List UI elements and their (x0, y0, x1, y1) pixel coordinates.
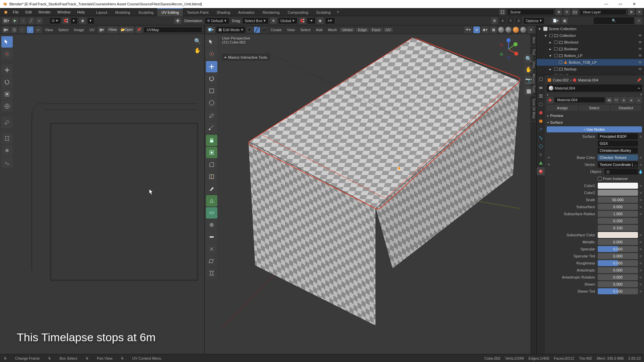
vp-overlays-toggle-icon[interactable]: ◉▾ (481, 26, 489, 33)
uv-tool-select-box[interactable] (1, 36, 13, 48)
material-nodetree-icon[interactable]: ▿ (635, 97, 642, 104)
outliner-item[interactable]: ▾Collection👁 (537, 32, 644, 39)
vp-camera-icon[interactable]: 📷 (524, 76, 533, 84)
tab-scripting[interactable]: Scripting (312, 8, 335, 16)
xray-z[interactable]: Z (515, 17, 522, 24)
tab-modeling[interactable]: Modeling (111, 8, 135, 16)
ptab-viewlayer[interactable] (537, 92, 545, 100)
outliner-filter-funnel-icon[interactable]: ▿ (635, 17, 642, 24)
uv-tool-rip[interactable] (1, 133, 13, 144)
vp-zoom-icon[interactable]: 🔍 (524, 54, 533, 63)
vp-tool-polybuild[interactable] (206, 195, 217, 206)
panel-preview[interactable]: ▸Preview (547, 112, 642, 119)
vp-sidetab-sureuv[interactable]: Sure UV Map (530, 96, 536, 122)
uv-canvas[interactable]: 🔍 ✋ This Timelapse stops at 6m (0, 34, 204, 354)
viewlayer-new-icon[interactable]: ⊕ (628, 9, 635, 15)
maximize-button[interactable]: ▭ (613, 0, 627, 8)
uv-tool-rotate[interactable] (1, 76, 13, 88)
vp-shading-matpreview[interactable] (513, 27, 519, 33)
vp-tool-move[interactable] (206, 61, 217, 72)
vp-shading-dd[interactable]: ▾ (528, 26, 534, 33)
vp-tool-annotate[interactable] (206, 110, 217, 121)
tab-sculpting[interactable]: Sculpting (134, 8, 157, 16)
menu-file[interactable]: File (9, 8, 22, 16)
close-button[interactable]: ✕ (627, 0, 641, 8)
vp-tool-scale[interactable] (206, 85, 217, 97)
uv-tool-relax[interactable] (1, 157, 13, 168)
viewlayer-input[interactable] (580, 9, 627, 15)
vp-tool-select[interactable] (206, 36, 217, 48)
tab-shading[interactable]: Shading (213, 8, 234, 16)
selmode-1[interactable]: ╱ (28, 17, 35, 24)
vp-menu-edge[interactable]: Edge (356, 28, 369, 32)
vp-shading-wire[interactable] (498, 27, 504, 33)
vp-sidetab-item[interactable]: Item (530, 34, 536, 46)
tab-rendering[interactable]: Rendering (259, 8, 284, 16)
viewlayer-delete-icon[interactable]: ✕ (636, 9, 643, 15)
subsurface-field[interactable]: 0.000 (598, 204, 638, 210)
vp-tool-spin[interactable] (206, 207, 217, 219)
vp-gizmo-toggle-icon[interactable]: ⊕ (473, 26, 480, 33)
material-assign-button[interactable]: Assign (547, 105, 579, 111)
anisotropic-field[interactable]: 0.000 (598, 267, 638, 273)
xray-y[interactable]: Y (507, 17, 514, 24)
ssr-field-3[interactable]: 0.100 (598, 225, 638, 231)
uv-tool-scale[interactable] (1, 88, 13, 100)
surface-shader-dropdown[interactable]: Principled BSDF (598, 133, 638, 139)
vp-pan-icon[interactable]: ✋ (524, 65, 533, 74)
vp-visibility-icon[interactable]: 👁▾ (464, 26, 472, 33)
outliner-item[interactable]: ▸LP👁 (537, 72, 644, 75)
vp-tool-shrink[interactable] (206, 243, 217, 255)
uv-new-button[interactable]: + New (107, 26, 118, 33)
options-popover[interactable]: Options▾ (523, 17, 545, 24)
vp-shading-solid[interactable] (505, 27, 512, 33)
uv-tool-move[interactable] (1, 64, 13, 76)
snap2-toggle[interactable]: 🧲 (299, 17, 306, 24)
subsurface-color-swatch[interactable] (598, 232, 638, 238)
xray-x[interactable]: X (499, 17, 506, 24)
vp-tool-extrude[interactable] (206, 135, 217, 146)
axis-gizmo[interactable] (497, 38, 520, 61)
material-name-field[interactable]: Material.004 (554, 97, 605, 103)
outliner-item[interactable]: ▸Backup👁 (537, 66, 644, 72)
snap-dropdown[interactable]: ▾ (70, 17, 78, 24)
menu-window[interactable]: Window (54, 8, 74, 16)
uveditor-mode-icon[interactable]: ◫ (11, 26, 17, 33)
outliner-item[interactable]: ▸Boolean👁 (537, 46, 644, 52)
tab-layout[interactable]: Layout (92, 8, 111, 16)
scale-field[interactable]: 50.000 (598, 197, 638, 203)
sheen-tint-field[interactable]: 0.500 (598, 288, 638, 294)
uv-tool-transform[interactable] (1, 101, 13, 112)
uv-tool-grab[interactable] (1, 145, 13, 156)
roughness-field[interactable]: 0.500 (598, 260, 638, 266)
distribution-dropdown[interactable]: GGX (598, 140, 638, 146)
material-browse-icon[interactable] (547, 97, 553, 104)
menu-help[interactable]: Help (74, 8, 88, 16)
uvmap-name[interactable]: UVMap (144, 27, 202, 33)
material-new-copy-icon[interactable]: ⎘ (621, 97, 627, 104)
ptab-render[interactable] (537, 75, 545, 83)
move-tool-icon[interactable] (174, 17, 181, 24)
tab-texture-paint[interactable]: Texture Paint (183, 8, 212, 16)
pin-icon[interactable]: 📌 (637, 78, 641, 82)
vp-tool-edgeslide[interactable] (206, 231, 217, 243)
vp-menu-face[interactable]: Face (370, 28, 382, 32)
outliner-scene-collection[interactable]: ▾ Scene Collection (537, 25, 644, 32)
snap-toggle[interactable]: 🧲 (62, 17, 69, 24)
ptab-physics[interactable] (537, 142, 545, 150)
uv-menu-image[interactable]: Image (72, 28, 86, 32)
ptab-constraint[interactable] (537, 150, 545, 159)
tab-uv-editing[interactable]: UV Editing (157, 8, 183, 16)
material-fake-user-icon[interactable]: 🛡 (613, 97, 620, 104)
vp-menu-vertex[interactable]: Vertex (340, 28, 355, 32)
object-field[interactable]: ◻ (604, 169, 638, 175)
tab-animation[interactable]: Animation (234, 8, 259, 16)
scene-input[interactable] (507, 9, 554, 15)
play-icon[interactable] (13, 19, 17, 22)
ptab-data[interactable] (537, 159, 545, 167)
vp-edge-mode[interactable]: ╱ (254, 27, 260, 33)
minimize-button[interactable]: — (599, 0, 613, 8)
vp-tool-rotate[interactable] (206, 73, 217, 84)
outliner-search-top[interactable]: 🔍 (594, 17, 634, 24)
ptab-particle[interactable] (537, 134, 545, 142)
